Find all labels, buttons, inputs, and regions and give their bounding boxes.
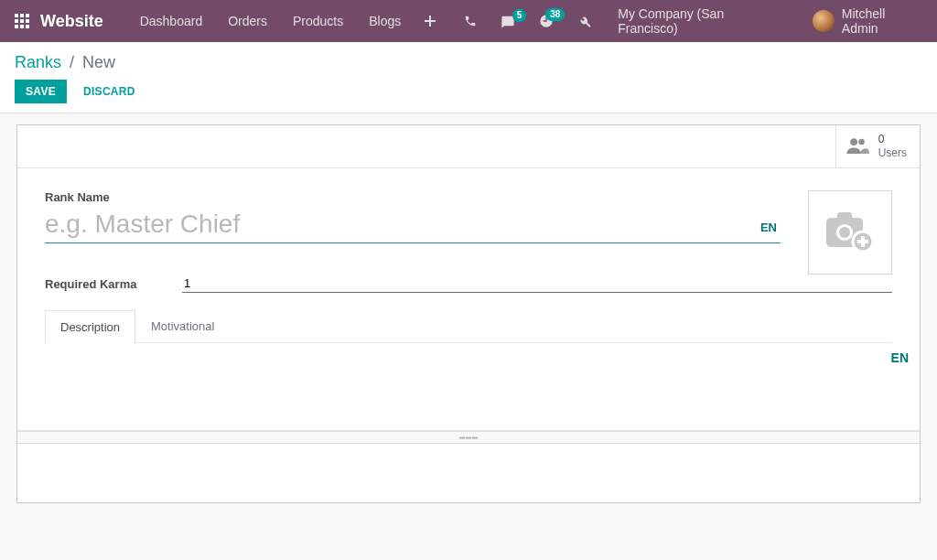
save-button[interactable]: SAVE — [15, 80, 67, 103]
svg-rect-0 — [15, 14, 18, 17]
svg-rect-19 — [857, 240, 868, 243]
breadcrumb-sep: / — [66, 53, 78, 71]
company-selector[interactable]: My Company (San Francisco) — [605, 6, 796, 36]
svg-rect-6 — [15, 25, 18, 28]
nav-menu: Dashboard Orders Products Blogs — [127, 8, 447, 34]
svg-point-12 — [858, 138, 865, 145]
activity-badge: 38 — [545, 8, 565, 21]
description-editor[interactable]: EN — [17, 343, 920, 431]
nav-item-dashboard[interactable]: Dashboard — [127, 8, 216, 34]
discard-button[interactable]: DISCARD — [76, 81, 143, 102]
user-name: Mitchell Admin — [842, 6, 922, 36]
svg-point-16 — [839, 227, 850, 238]
svg-rect-14 — [837, 212, 852, 221]
phone-icon[interactable] — [454, 15, 487, 27]
chat-icon[interactable]: 5 — [490, 15, 525, 27]
breadcrumb: Ranks / New — [15, 53, 922, 72]
svg-rect-7 — [20, 25, 24, 28]
users-stat-label: Users — [878, 146, 907, 160]
control-bar: Ranks / New SAVE DISCARD — [0, 42, 937, 113]
required-karma-input[interactable] — [182, 275, 892, 293]
tab-description[interactable]: Description — [45, 310, 135, 343]
users-stat-button[interactable]: 0 Users — [835, 125, 920, 167]
description-lang[interactable]: EN — [891, 350, 909, 365]
tab-motivational[interactable]: Motivational — [135, 309, 230, 342]
nav-item-products[interactable]: Products — [280, 8, 356, 34]
new-content-icon[interactable] — [414, 15, 447, 27]
svg-rect-8 — [26, 25, 29, 28]
brand[interactable]: Website — [40, 12, 103, 31]
svg-rect-5 — [26, 19, 29, 23]
apps-icon[interactable] — [15, 14, 29, 28]
svg-rect-3 — [15, 19, 18, 23]
svg-rect-4 — [20, 19, 24, 23]
nav-item-orders[interactable]: Orders — [215, 8, 280, 34]
breadcrumb-current: New — [82, 53, 115, 71]
top-navbar: Website Dashboard Orders Products Blogs … — [0, 0, 937, 42]
users-stat-value: 0 — [878, 133, 907, 146]
svg-rect-1 — [20, 14, 24, 17]
rank-name-lang[interactable]: EN — [760, 221, 777, 234]
tabs: Description Motivational — [45, 309, 892, 343]
stat-button-box: 0 Users — [17, 125, 920, 168]
chat-badge: 5 — [512, 9, 527, 22]
nav-item-blogs[interactable]: Blogs — [356, 8, 414, 34]
customize-icon[interactable] — [567, 15, 601, 28]
required-karma-label: Required Karma — [45, 277, 182, 291]
form-sheet: 0 Users Rank Name EN — [16, 124, 921, 503]
breadcrumb-root[interactable]: Ranks — [15, 53, 61, 71]
rank-name-label: Rank Name — [45, 190, 781, 204]
svg-point-11 — [850, 138, 857, 145]
resize-handle[interactable]: ━━━ — [17, 431, 920, 444]
avatar — [813, 10, 834, 32]
activity-icon[interactable]: 38 — [529, 14, 564, 28]
users-icon — [845, 135, 869, 158]
rank-name-input[interactable] — [45, 208, 781, 243]
user-menu[interactable]: Mitchell Admin — [800, 6, 922, 36]
rank-image-upload[interactable] — [808, 190, 892, 275]
svg-rect-2 — [26, 14, 29, 17]
svg-rect-10 — [425, 20, 436, 22]
